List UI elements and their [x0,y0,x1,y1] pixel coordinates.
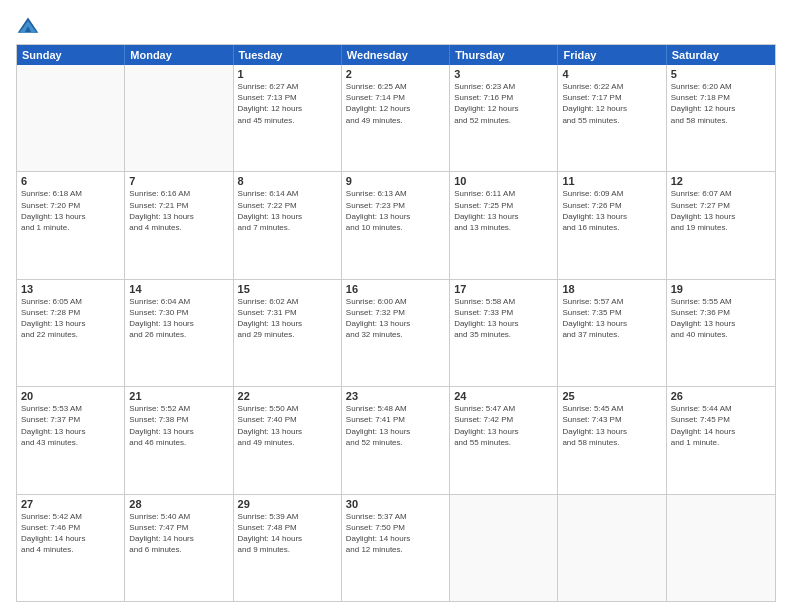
cal-cell: 3Sunrise: 6:23 AM Sunset: 7:16 PM Daylig… [450,65,558,171]
day-number: 1 [238,68,337,80]
day-number: 3 [454,68,553,80]
cell-info: Sunrise: 6:18 AM Sunset: 7:20 PM Dayligh… [21,188,120,233]
logo [16,14,44,38]
cell-info: Sunrise: 6:05 AM Sunset: 7:28 PM Dayligh… [21,296,120,341]
cal-cell: 23Sunrise: 5:48 AM Sunset: 7:41 PM Dayli… [342,387,450,493]
cell-info: Sunrise: 5:45 AM Sunset: 7:43 PM Dayligh… [562,403,661,448]
cal-cell: 30Sunrise: 5:37 AM Sunset: 7:50 PM Dayli… [342,495,450,601]
cal-row-0: 1Sunrise: 6:27 AM Sunset: 7:13 PM Daylig… [17,65,775,171]
day-number: 22 [238,390,337,402]
cal-cell [667,495,775,601]
day-number: 2 [346,68,445,80]
day-number: 21 [129,390,228,402]
cell-info: Sunrise: 5:52 AM Sunset: 7:38 PM Dayligh… [129,403,228,448]
day-number: 11 [562,175,661,187]
cal-cell: 28Sunrise: 5:40 AM Sunset: 7:47 PM Dayli… [125,495,233,601]
day-number: 29 [238,498,337,510]
day-number: 7 [129,175,228,187]
cal-cell: 6Sunrise: 6:18 AM Sunset: 7:20 PM Daylig… [17,172,125,278]
day-number: 13 [21,283,120,295]
day-number: 8 [238,175,337,187]
cal-cell [558,495,666,601]
cell-info: Sunrise: 6:11 AM Sunset: 7:25 PM Dayligh… [454,188,553,233]
cal-cell: 20Sunrise: 5:53 AM Sunset: 7:37 PM Dayli… [17,387,125,493]
logo-icon [16,14,40,38]
calendar: SundayMondayTuesdayWednesdayThursdayFrid… [16,44,776,602]
cell-info: Sunrise: 5:42 AM Sunset: 7:46 PM Dayligh… [21,511,120,556]
calendar-body: 1Sunrise: 6:27 AM Sunset: 7:13 PM Daylig… [17,65,775,601]
cell-info: Sunrise: 5:53 AM Sunset: 7:37 PM Dayligh… [21,403,120,448]
cal-cell: 12Sunrise: 6:07 AM Sunset: 7:27 PM Dayli… [667,172,775,278]
cal-cell: 10Sunrise: 6:11 AM Sunset: 7:25 PM Dayli… [450,172,558,278]
cal-cell [17,65,125,171]
cal-cell: 1Sunrise: 6:27 AM Sunset: 7:13 PM Daylig… [234,65,342,171]
day-number: 18 [562,283,661,295]
header-cell-sunday: Sunday [17,45,125,65]
cal-cell: 5Sunrise: 6:20 AM Sunset: 7:18 PM Daylig… [667,65,775,171]
cell-info: Sunrise: 6:00 AM Sunset: 7:32 PM Dayligh… [346,296,445,341]
day-number: 27 [21,498,120,510]
cell-info: Sunrise: 5:50 AM Sunset: 7:40 PM Dayligh… [238,403,337,448]
calendar-header: SundayMondayTuesdayWednesdayThursdayFrid… [17,45,775,65]
header-cell-saturday: Saturday [667,45,775,65]
header-cell-friday: Friday [558,45,666,65]
cell-info: Sunrise: 5:55 AM Sunset: 7:36 PM Dayligh… [671,296,771,341]
cal-cell: 2Sunrise: 6:25 AM Sunset: 7:14 PM Daylig… [342,65,450,171]
header-cell-thursday: Thursday [450,45,558,65]
cal-cell: 11Sunrise: 6:09 AM Sunset: 7:26 PM Dayli… [558,172,666,278]
cell-info: Sunrise: 6:27 AM Sunset: 7:13 PM Dayligh… [238,81,337,126]
cal-cell [450,495,558,601]
cell-info: Sunrise: 5:37 AM Sunset: 7:50 PM Dayligh… [346,511,445,556]
day-number: 17 [454,283,553,295]
day-number: 9 [346,175,445,187]
cal-cell: 29Sunrise: 5:39 AM Sunset: 7:48 PM Dayli… [234,495,342,601]
day-number: 24 [454,390,553,402]
day-number: 6 [21,175,120,187]
cell-info: Sunrise: 5:39 AM Sunset: 7:48 PM Dayligh… [238,511,337,556]
day-number: 12 [671,175,771,187]
cal-cell: 4Sunrise: 6:22 AM Sunset: 7:17 PM Daylig… [558,65,666,171]
day-number: 20 [21,390,120,402]
cal-cell: 8Sunrise: 6:14 AM Sunset: 7:22 PM Daylig… [234,172,342,278]
cal-cell: 18Sunrise: 5:57 AM Sunset: 7:35 PM Dayli… [558,280,666,386]
cell-info: Sunrise: 6:22 AM Sunset: 7:17 PM Dayligh… [562,81,661,126]
cell-info: Sunrise: 5:48 AM Sunset: 7:41 PM Dayligh… [346,403,445,448]
day-number: 25 [562,390,661,402]
cal-cell: 16Sunrise: 6:00 AM Sunset: 7:32 PM Dayli… [342,280,450,386]
top-area [16,14,776,38]
day-number: 30 [346,498,445,510]
cell-info: Sunrise: 6:23 AM Sunset: 7:16 PM Dayligh… [454,81,553,126]
cell-info: Sunrise: 5:58 AM Sunset: 7:33 PM Dayligh… [454,296,553,341]
cell-info: Sunrise: 5:47 AM Sunset: 7:42 PM Dayligh… [454,403,553,448]
cal-cell: 19Sunrise: 5:55 AM Sunset: 7:36 PM Dayli… [667,280,775,386]
cal-cell: 7Sunrise: 6:16 AM Sunset: 7:21 PM Daylig… [125,172,233,278]
cal-row-4: 27Sunrise: 5:42 AM Sunset: 7:46 PM Dayli… [17,494,775,601]
cal-row-2: 13Sunrise: 6:05 AM Sunset: 7:28 PM Dayli… [17,279,775,386]
cell-info: Sunrise: 6:20 AM Sunset: 7:18 PM Dayligh… [671,81,771,126]
cal-cell: 22Sunrise: 5:50 AM Sunset: 7:40 PM Dayli… [234,387,342,493]
cal-cell: 21Sunrise: 5:52 AM Sunset: 7:38 PM Dayli… [125,387,233,493]
day-number: 23 [346,390,445,402]
cal-cell: 9Sunrise: 6:13 AM Sunset: 7:23 PM Daylig… [342,172,450,278]
cal-cell: 26Sunrise: 5:44 AM Sunset: 7:45 PM Dayli… [667,387,775,493]
day-number: 10 [454,175,553,187]
day-number: 16 [346,283,445,295]
cell-info: Sunrise: 5:44 AM Sunset: 7:45 PM Dayligh… [671,403,771,448]
day-number: 4 [562,68,661,80]
day-number: 5 [671,68,771,80]
cell-info: Sunrise: 6:16 AM Sunset: 7:21 PM Dayligh… [129,188,228,233]
cal-cell: 27Sunrise: 5:42 AM Sunset: 7:46 PM Dayli… [17,495,125,601]
cell-info: Sunrise: 6:02 AM Sunset: 7:31 PM Dayligh… [238,296,337,341]
cell-info: Sunrise: 6:07 AM Sunset: 7:27 PM Dayligh… [671,188,771,233]
cal-cell: 25Sunrise: 5:45 AM Sunset: 7:43 PM Dayli… [558,387,666,493]
cal-cell: 14Sunrise: 6:04 AM Sunset: 7:30 PM Dayli… [125,280,233,386]
cell-info: Sunrise: 5:40 AM Sunset: 7:47 PM Dayligh… [129,511,228,556]
cell-info: Sunrise: 5:57 AM Sunset: 7:35 PM Dayligh… [562,296,661,341]
cell-info: Sunrise: 6:04 AM Sunset: 7:30 PM Dayligh… [129,296,228,341]
cal-cell: 13Sunrise: 6:05 AM Sunset: 7:28 PM Dayli… [17,280,125,386]
cal-cell: 15Sunrise: 6:02 AM Sunset: 7:31 PM Dayli… [234,280,342,386]
cal-cell: 24Sunrise: 5:47 AM Sunset: 7:42 PM Dayli… [450,387,558,493]
header-cell-tuesday: Tuesday [234,45,342,65]
cell-info: Sunrise: 6:25 AM Sunset: 7:14 PM Dayligh… [346,81,445,126]
day-number: 14 [129,283,228,295]
